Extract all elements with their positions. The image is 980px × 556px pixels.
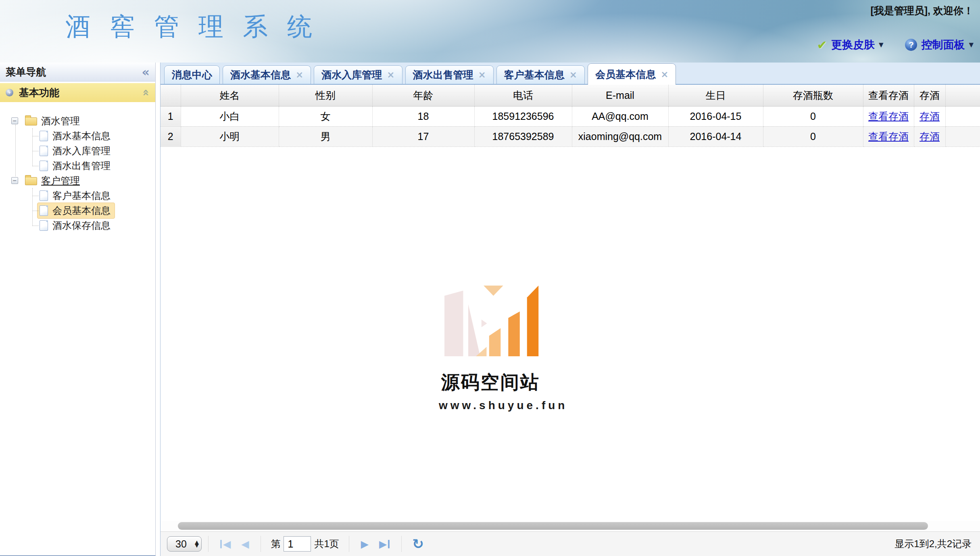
welcome-text: [我是管理员], 欢迎你！: [870, 4, 974, 17]
col-age: 年龄: [372, 85, 474, 106]
tree-group-label: 酒水管理: [41, 115, 80, 128]
tree-group-label: 客户管理: [41, 174, 80, 187]
refresh-icon[interactable]: ↻: [412, 536, 424, 552]
close-icon[interactable]: ×: [478, 70, 486, 79]
sidebar-header: 菜单导航 «: [0, 63, 155, 82]
tab-customer-info[interactable]: 客户基本信息 ×: [496, 65, 585, 84]
cell-age: 17: [372, 126, 474, 146]
horizontal-scrollbar[interactable]: [161, 521, 980, 531]
brand-name: 源码空间站: [439, 370, 542, 395]
cell-email: xiaoming@qq.com: [572, 126, 668, 146]
collapse-minus-icon[interactable]: −: [11, 117, 18, 124]
tree-item-wine-inbound[interactable]: 酒水入库管理: [40, 143, 155, 158]
close-icon[interactable]: ×: [296, 70, 303, 79]
last-bar-icon: [388, 540, 390, 548]
col-empty: [945, 85, 980, 106]
cell-gender: 女: [279, 106, 372, 126]
separator: [261, 536, 261, 552]
control-panel-button[interactable]: ? 控制面板 ▼: [905, 38, 974, 52]
col-index: [161, 85, 181, 106]
tab-wine-inbound[interactable]: 酒水入库管理 ×: [314, 65, 402, 84]
tab-label: 酒水出售管理: [413, 68, 473, 82]
cell-age: 18: [372, 106, 474, 126]
cell-birthday: 2016-04-14: [668, 126, 763, 146]
app-title: 酒窖管理系统: [65, 10, 332, 44]
total-pages-label: 共1页: [314, 537, 339, 550]
question-icon: ?: [905, 39, 917, 51]
document-icon: [40, 220, 48, 231]
tree-group-customer[interactable]: − 客户管理: [11, 173, 155, 188]
tree-item-label: 酒水保存信息: [52, 219, 111, 232]
tree-item-label: 会员基本信息: [52, 204, 111, 217]
control-panel-label: 控制面板: [921, 38, 965, 52]
tree-item-wine-storage-info[interactable]: 酒水保存信息: [40, 218, 155, 233]
col-email: E-mail: [572, 85, 668, 106]
document-icon: [40, 131, 48, 141]
cell-email: AA@qq.com: [572, 106, 668, 126]
tab-member-info-active[interactable]: 会员基本信息 ×: [588, 63, 676, 85]
tree-children-customer: 客户基本信息 会员基本信息 酒水保存信息: [0, 188, 155, 233]
col-view-storage: 查看存酒: [863, 85, 914, 106]
sidebar-title: 菜单导航: [6, 65, 142, 79]
app-header: 酒窖管理系统 [我是管理员], 欢迎你！ ✔ 更换皮肤 ▼ ? 控制面板 ▼: [0, 0, 980, 63]
tab-message-center[interactable]: 消息中心: [164, 65, 220, 84]
separator: [349, 536, 349, 552]
scrollbar-thumb[interactable]: [178, 522, 928, 530]
table-row[interactable]: 1 小白 女 18 18591236596 AA@qq.com 2016-04-…: [161, 106, 980, 126]
close-icon[interactable]: ×: [661, 70, 668, 79]
last-page-icon: ▶: [379, 538, 387, 550]
tree-item-wine-info[interactable]: 酒水基本信息: [40, 128, 155, 143]
separator: [208, 536, 209, 552]
cell-gender: 男: [279, 126, 372, 146]
page-input[interactable]: [284, 536, 311, 552]
header-actions: ✔ 更换皮肤 ▼ ? 控制面板 ▼: [817, 38, 974, 52]
folder-icon: [25, 177, 37, 185]
selected-item-highlight: 会员基本信息: [37, 203, 115, 219]
collapse-minus-icon[interactable]: −: [11, 177, 18, 184]
tab-wine-info[interactable]: 酒水基本信息 ×: [223, 65, 311, 84]
tree-group-wine[interactable]: − 酒水管理: [11, 113, 155, 128]
last-page-button[interactable]: ▶: [379, 538, 390, 550]
first-page-button[interactable]: ◀: [220, 538, 231, 550]
tab-label: 客户基本信息: [504, 68, 565, 82]
chevron-up-icon: «: [139, 89, 152, 96]
page-size-select[interactable]: 30 ▲▼: [167, 536, 202, 552]
close-icon[interactable]: ×: [387, 70, 394, 79]
document-icon: [40, 205, 48, 216]
store-wine-link[interactable]: 存酒: [920, 131, 940, 142]
view-storage-link[interactable]: 查看存酒: [868, 111, 909, 122]
cell-name: 小白: [181, 106, 279, 126]
sidebar-section-basic[interactable]: + 基本功能 «: [0, 83, 155, 102]
watermark: 源码空间站 www.shuyue.fun: [439, 280, 542, 412]
table-row[interactable]: 2 小明 男 17 18765392589 xiaoming@qq.com 20…: [161, 126, 980, 146]
tree-children-wine: 酒水基本信息 酒水入库管理 酒水出售管理: [0, 128, 155, 173]
prev-page-button[interactable]: ◀: [241, 538, 249, 550]
tab-bar: 消息中心 酒水基本信息 × 酒水入库管理 × 酒水出售管理 × 客户基本信息 ×…: [161, 63, 980, 85]
cell-name: 小明: [181, 126, 279, 146]
cell-phone: 18591236596: [474, 106, 572, 126]
collapse-sidebar-icon[interactable]: «: [142, 65, 150, 79]
sphere-plus-icon: +: [6, 89, 13, 96]
tab-label: 酒水入库管理: [321, 68, 382, 82]
change-skin-button[interactable]: ✔ 更换皮肤 ▼: [817, 38, 884, 52]
next-page-button[interactable]: ▶: [361, 538, 369, 550]
store-wine-link[interactable]: 存酒: [920, 111, 940, 122]
tree-item-label: 酒水基本信息: [52, 130, 111, 142]
page-size-value: 30: [167, 538, 195, 550]
document-icon: [40, 161, 48, 171]
tree-item-customer-info[interactable]: 客户基本信息: [40, 188, 155, 203]
prev-page-icon: ◀: [241, 538, 249, 550]
chevron-down-icon: ▼: [969, 41, 974, 48]
view-storage-link[interactable]: 查看存酒: [868, 131, 909, 142]
col-birthday: 生日: [668, 85, 763, 106]
nav-tree: − 酒水管理 酒水基本信息 酒水入库管理 酒水出售管理 − 客户管理: [0, 102, 155, 233]
member-table: 姓名 性别 年龄 电话 E-mail 生日 存酒瓶数 查看存酒 存酒 1 小白 …: [161, 85, 980, 147]
document-icon: [40, 190, 48, 201]
next-page-icon: ▶: [361, 538, 369, 550]
tab-wine-sale[interactable]: 酒水出售管理 ×: [405, 65, 494, 84]
tree-item-wine-sale[interactable]: 酒水出售管理: [40, 158, 155, 173]
tree-item-member-info-selected[interactable]: 会员基本信息: [40, 203, 155, 218]
folder-icon: [25, 117, 37, 125]
tree-item-label: 酒水出售管理: [52, 159, 111, 172]
close-icon[interactable]: ×: [569, 70, 577, 79]
